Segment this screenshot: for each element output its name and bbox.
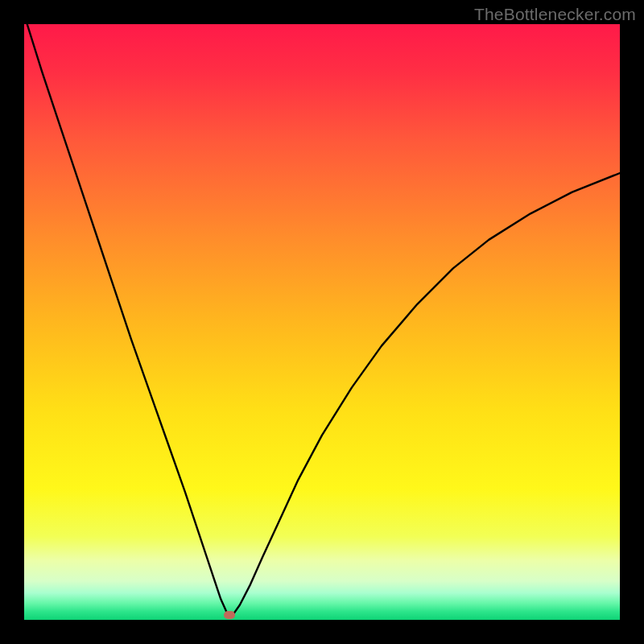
watermark-text: TheBottlenecker.com — [474, 5, 636, 24]
chart-plot-area — [24, 24, 620, 620]
svg-rect-0 — [24, 24, 620, 620]
chart-background-gradient — [24, 24, 620, 620]
chart-min-marker — [224, 611, 235, 619]
